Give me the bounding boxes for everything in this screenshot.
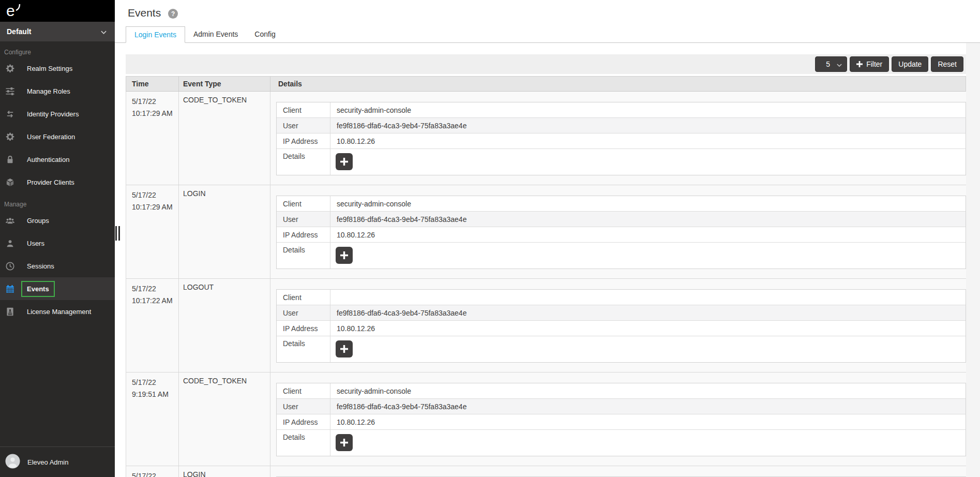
expand-details-button[interactable] [336, 340, 353, 357]
detail-value-ip: 10.80.12.26 [330, 227, 966, 242]
page-size-select[interactable]: 5 [815, 56, 847, 72]
sidebar-item-provider-clients[interactable]: Provider Clients [0, 171, 115, 193]
detail-label-ip: IP Address [277, 321, 330, 336]
event-row: 5/17/22 10:17:29 AM CODE_TO_TOKEN Client… [126, 92, 966, 185]
event-row: 5/17/22 LOGIN Client User IP Address [126, 466, 966, 477]
detail-value-client: security-admin-console [330, 102, 966, 117]
expand-details-button[interactable] [336, 153, 353, 170]
time-cell: 5/17/22 10:17:22 AM [126, 279, 179, 372]
plus-icon [340, 251, 348, 259]
groups-icon [5, 216, 15, 226]
sidebar-item-license-management[interactable]: License Management [0, 300, 115, 323]
sidebar-item-manage-roles[interactable]: Manage Roles [0, 80, 115, 102]
detail-label-ip: IP Address [277, 227, 330, 242]
detail-value-user: fe9f8186-dfa6-4ca3-9eb4-75fa83a3ae4e [330, 305, 966, 320]
sidebar-resize-handle[interactable] [115, 226, 120, 241]
plus-icon [340, 345, 348, 353]
detail-value-user: fe9f8186-dfa6-4ca3-9eb4-75fa83a3ae4e [330, 399, 966, 414]
detail-table: Client security-admin-console User fe9f8… [276, 196, 966, 269]
tab-login-events[interactable]: Login Events [126, 26, 185, 43]
sidebar: e Default Configure Realm Settings Manag… [0, 0, 115, 477]
sidebar-nav: Configure Realm Settings Manage Roles Id… [0, 41, 115, 323]
sidebar-item-events[interactable]: Events [0, 277, 115, 300]
sidebar-item-users[interactable]: Users [0, 232, 115, 255]
tab-bar: Login Events Admin Events Config [115, 26, 980, 43]
details-cell: Client security-admin-console User fe9f8… [270, 185, 966, 278]
detail-value-user: fe9f8186-dfa6-4ca3-9eb4-75fa83a3ae4e [330, 212, 966, 227]
plus-icon [856, 61, 863, 67]
detail-label-ip: IP Address [277, 414, 330, 429]
sliders-icon [5, 86, 15, 96]
details-cell: Client User IP Address Details [270, 466, 966, 477]
sidebar-item-label: Realm Settings [27, 65, 72, 72]
detail-value-client: security-admin-console [330, 383, 966, 398]
sidebar-item-user-federation[interactable]: User Federation [0, 125, 115, 148]
sidebar-item-authentication[interactable]: Authentication [0, 148, 115, 171]
time-cell: 5/17/22 10:17:29 AM [126, 92, 179, 185]
tab-admin-events[interactable]: Admin Events [185, 26, 246, 43]
expand-details-button[interactable] [336, 434, 353, 451]
event-type: LOGIN [179, 466, 270, 477]
event-row: 5/17/22 10:17:22 AM LOGOUT Client User f… [126, 279, 966, 372]
help-icon[interactable]: ? [168, 9, 178, 19]
detail-label-client: Client [277, 196, 330, 211]
event-time: 10:17:29 AM [132, 201, 176, 213]
sidebar-item-label: Manage Roles [27, 87, 70, 95]
logo-letter: e [6, 3, 15, 19]
detail-table: Client security-admin-console User fe9f8… [276, 102, 966, 175]
app-logo[interactable]: e [0, 0, 115, 22]
avatar [5, 454, 20, 471]
sidebar-item-label: User Federation [27, 133, 75, 141]
detail-value-ip: 10.80.12.26 [330, 321, 966, 336]
detail-label-details: Details [277, 336, 330, 362]
event-row: 5/17/22 9:19:51 AM CODE_TO_TOKEN Client … [126, 372, 966, 466]
gear-icon [5, 64, 15, 73]
sidebar-item-realm-settings[interactable]: Realm Settings [0, 57, 115, 80]
calendar-icon [5, 284, 15, 294]
user-menu[interactable]: Eleveo Admin [0, 446, 115, 477]
expand-details-button[interactable] [336, 247, 353, 264]
detail-label-details: Details [277, 243, 330, 269]
details-cell: Client User fe9f8186-dfa6-4ca3-9eb4-75fa… [270, 279, 966, 372]
detail-value-user: fe9f8186-dfa6-4ca3-9eb4-75fa83a3ae4e [330, 118, 966, 133]
main-content: Events ? Login Events Admin Events Confi… [115, 0, 980, 477]
event-type: LOGIN [179, 185, 270, 278]
event-type: CODE_TO_TOKEN [179, 372, 270, 466]
time-cell: 5/17/22 9:19:51 AM [126, 372, 179, 466]
detail-value-ip: 10.80.12.26 [330, 133, 966, 148]
time-cell: 5/17/22 [126, 466, 179, 477]
gear-icon [5, 132, 15, 142]
page-title: Events [128, 7, 161, 19]
update-button[interactable]: Update [892, 56, 928, 72]
sidebar-item-groups[interactable]: Groups [0, 209, 115, 232]
events-table-body: 5/17/22 10:17:29 AM CODE_TO_TOKEN Client… [126, 92, 966, 477]
details-cell: Client security-admin-console User fe9f8… [270, 372, 966, 466]
detail-label-user: User [277, 305, 330, 320]
event-type: LOGOUT [179, 279, 270, 372]
detail-label-client: Client [277, 383, 330, 398]
tab-config[interactable]: Config [246, 26, 283, 43]
sidebar-item-identity-providers[interactable]: Identity Providers [0, 102, 115, 125]
sidebar-item-label: Identity Providers [27, 110, 79, 118]
detail-table: Client security-admin-console User fe9f8… [276, 383, 966, 456]
user-icon [5, 238, 15, 248]
nav-section-label: Configure [4, 49, 115, 56]
sidebar-item-sessions[interactable]: Sessions [0, 255, 115, 277]
package-icon [5, 177, 15, 187]
filter-button[interactable]: Filter [850, 56, 889, 72]
chevron-down-icon [101, 27, 107, 36]
sidebar-item-label: Provider Clients [27, 178, 74, 186]
event-row: 5/17/22 10:17:29 AM LOGIN Client securit… [126, 185, 966, 279]
sidebar-item-label: Sessions [27, 262, 54, 270]
sidebar-item-label: Authentication [27, 156, 69, 163]
event-type: CODE_TO_TOKEN [179, 92, 270, 185]
user-name: Eleveo Admin [27, 458, 69, 466]
plus-icon [340, 158, 348, 166]
reset-button[interactable]: Reset [931, 56, 963, 72]
detail-label-user: User [277, 212, 330, 227]
detail-value-ip: 10.80.12.26 [330, 414, 966, 429]
realm-selector[interactable]: Default [0, 22, 115, 41]
exchange-arrows-icon [5, 109, 15, 119]
detail-label-details: Details [277, 149, 330, 175]
plus-icon [340, 439, 348, 446]
